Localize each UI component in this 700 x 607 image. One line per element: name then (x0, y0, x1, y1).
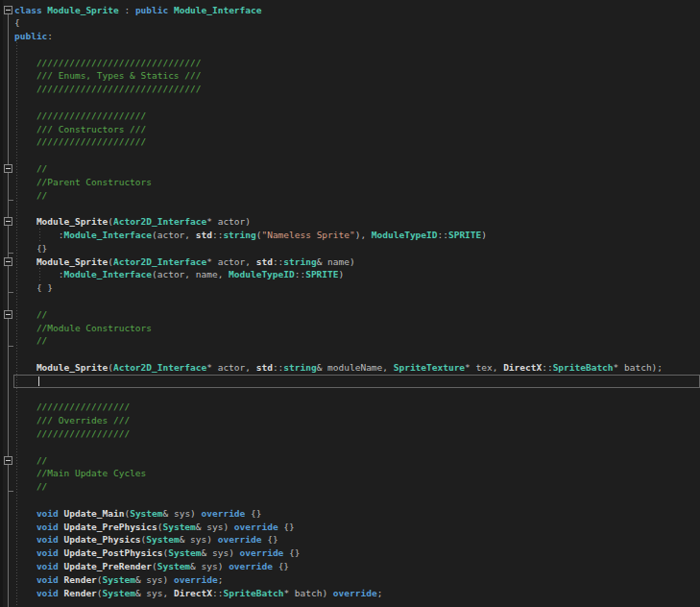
fold-collapse-button[interactable] (4, 456, 12, 465)
fold-region-end (8, 200, 13, 201)
code-line: //////////////////// (14, 109, 700, 123)
code-line: { } (14, 281, 700, 295)
code-line: //Parent Constructors (14, 176, 700, 189)
code-token: {} (14, 243, 47, 254)
code-token: : (119, 5, 135, 15)
editor-left-edge (0, 0, 3, 607)
code-token: Module_Sprite (36, 256, 108, 267)
code-token: & sys) (202, 547, 240, 558)
code-line: ///////////////// (14, 401, 700, 414)
code-token: Module_Sprite (36, 362, 108, 373)
code-token: {} (273, 561, 289, 571)
code-token: :: (542, 362, 552, 373)
code-line: ////////////////////////////// (14, 57, 700, 70)
code-token: void (36, 508, 59, 519)
code-token: Render (64, 588, 97, 598)
fold-collapse-button[interactable] (4, 6, 12, 14)
code-token: ModuleTypeID (229, 269, 295, 279)
code-token: // (14, 481, 47, 492)
code-line: void Update_PostPhysics(System& sys) ove… (14, 546, 700, 560)
code-token: SpriteBatch (223, 588, 283, 598)
code-line: { (14, 16, 700, 30)
code-line: // (14, 308, 700, 322)
code-line: :Module_Interface(actor, name, ModuleTyp… (14, 268, 700, 281)
code-token: System (168, 547, 201, 558)
code-token (14, 588, 36, 598)
code-token: Render (64, 574, 97, 585)
current-line-highlight (13, 375, 700, 388)
code-token: DirectX (503, 362, 542, 373)
code-token: Module_Interface (63, 230, 152, 240)
code-token: string (223, 230, 255, 240)
code-token: void (36, 574, 59, 585)
code-token: System (103, 588, 135, 598)
indent-guide (39, 229, 40, 242)
fold-region-end (8, 253, 13, 254)
fold-guide-line (8, 8, 9, 607)
code-token: ///////////////// (14, 401, 130, 412)
code-token: string (283, 362, 316, 373)
code-token: * tex, (465, 362, 503, 373)
code-token: & sys) (180, 534, 218, 545)
code-token: //////////////////// (14, 136, 146, 147)
fold-collapse-button[interactable] (4, 257, 12, 266)
code-token: string (283, 256, 316, 267)
code-token: System (146, 534, 179, 545)
fold-collapse-button[interactable] (4, 164, 12, 173)
code-token: std (196, 230, 212, 240)
code-token: * actor, (206, 362, 255, 373)
code-line: public: (14, 30, 700, 43)
code-token: //Module Constructors (14, 323, 152, 333)
code-line (14, 494, 700, 507)
code-token: (actor, (152, 230, 196, 240)
code-token: & sys) (163, 508, 202, 519)
code-area[interactable]: class Module_Sprite : public Module_Inte… (14, 4, 700, 600)
code-token: * actor) (206, 216, 251, 227)
code-line: //Module Constructors (14, 322, 700, 335)
code-line: // (14, 162, 700, 176)
code-token: Actor2D_Interface (113, 362, 206, 373)
code-token: & sys) (190, 561, 229, 571)
code-line: void Render(System& sys) override; (14, 573, 700, 587)
code-token: :: (273, 362, 283, 373)
fold-collapse-button[interactable] (4, 217, 12, 226)
code-token: // (14, 190, 47, 201)
code-token: :: (438, 230, 448, 240)
code-token: override (333, 588, 377, 598)
code-line (14, 295, 700, 308)
indent-guide (39, 268, 40, 281)
code-token (14, 561, 36, 571)
code-token (14, 362, 36, 373)
code-token: /// Overrides /// (14, 415, 130, 425)
code-token: Actor2D_Interface (113, 216, 206, 227)
code-token (14, 547, 36, 558)
code-token: Module_Interface (63, 269, 152, 279)
code-line: /// Enums, Types & Statics /// (14, 69, 700, 83)
code-token: class (14, 5, 42, 15)
code-token: :: (295, 269, 305, 279)
code-token: & name) (317, 256, 355, 267)
code-token: /// Constructors /// (14, 124, 146, 134)
code-token: * batch) (283, 588, 332, 598)
code-token: override (218, 534, 262, 545)
code-editor[interactable]: class Module_Sprite : public Module_Inte… (0, 0, 700, 607)
code-token: std (256, 256, 273, 267)
code-token: Module_Sprite (47, 5, 118, 15)
code-token: {} (283, 547, 300, 558)
code-token: void (36, 534, 59, 545)
code-token: Module_Sprite (36, 216, 108, 227)
fold-collapse-button[interactable] (4, 310, 12, 319)
code-token: ModuleTypeID (372, 230, 438, 240)
code-token: override (202, 508, 246, 519)
code-token: & moduleName, (317, 362, 394, 373)
code-token: :: (212, 230, 223, 240)
code-token: override (174, 574, 218, 585)
code-token: void (36, 588, 59, 598)
code-token: ), (355, 230, 372, 240)
code-line (14, 43, 700, 57)
code-token: // (14, 335, 47, 346)
code-line: //Main Update Cycles (14, 467, 700, 480)
code-token: & sys, (135, 588, 174, 598)
code-line (14, 149, 700, 162)
code-token: override (240, 547, 284, 558)
